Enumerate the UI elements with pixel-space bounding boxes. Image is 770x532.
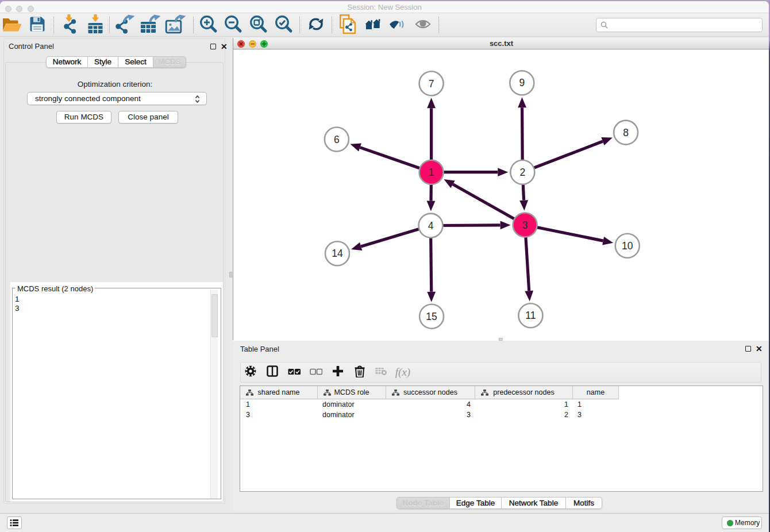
svg-text:15: 15 xyxy=(426,311,437,322)
svg-text:11: 11 xyxy=(525,310,536,321)
svg-text:9: 9 xyxy=(519,77,525,88)
svg-text:14: 14 xyxy=(332,248,343,259)
svg-text:1: 1 xyxy=(429,167,434,178)
svg-text:10: 10 xyxy=(622,240,633,252)
svg-text:7: 7 xyxy=(429,78,434,90)
svg-text:4: 4 xyxy=(428,220,434,232)
svg-text:3: 3 xyxy=(522,219,528,231)
svg-text:6: 6 xyxy=(334,134,340,145)
svg-text:8: 8 xyxy=(623,127,629,138)
svg-text:2: 2 xyxy=(519,167,525,178)
